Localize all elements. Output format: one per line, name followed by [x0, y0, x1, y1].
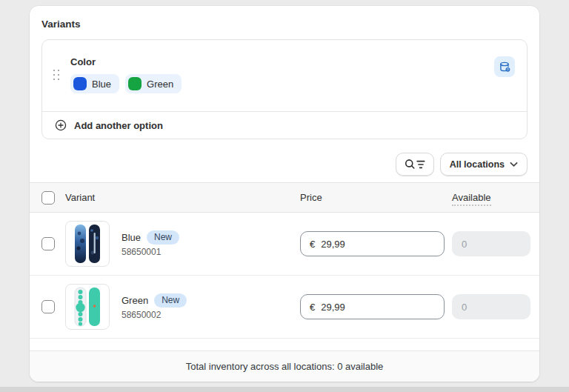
variant-thumbnail[interactable] [65, 221, 110, 267]
column-header-price: Price [300, 192, 452, 203]
blue-snowboards-image [70, 223, 105, 265]
variant-name[interactable]: Green [122, 295, 148, 306]
location-selector-label: All locations [450, 159, 505, 170]
table-row: Green New 58650002 € [30, 276, 539, 339]
price-value-input[interactable] [321, 302, 435, 313]
table-header-row: Variant Price Available [30, 183, 539, 213]
option-value-label: Blue [92, 79, 111, 90]
select-all-checkbox[interactable] [41, 191, 55, 205]
variant-sku: 58650002 [122, 310, 187, 320]
window-bottom-edge [0, 387, 569, 392]
green-snowboards-image [70, 286, 105, 328]
available-quantity-input [452, 294, 530, 319]
available-quantity-input [452, 231, 530, 256]
variants-card: Variants Color Blue Green [30, 6, 539, 382]
variant-option-card: Color Blue Green [41, 39, 528, 139]
blue-color-swatch [73, 77, 87, 90]
location-selector-button[interactable]: All locations [440, 153, 528, 176]
table-toolbar: All locations [41, 153, 528, 176]
green-color-swatch [128, 77, 142, 90]
price-value-input[interactable] [321, 239, 435, 250]
option-value-label: Green [147, 79, 173, 90]
connected-data-button[interactable] [494, 56, 515, 77]
row-checkbox[interactable] [41, 237, 55, 250]
add-option-button[interactable]: Add another option [42, 112, 527, 139]
variant-thumbnail[interactable] [65, 284, 110, 330]
variant-name[interactable]: Blue [122, 232, 141, 243]
currency-symbol: € [310, 239, 315, 250]
option-value-chip-green[interactable]: Green [125, 74, 182, 93]
option-value-chip-blue[interactable]: Blue [70, 74, 119, 93]
variants-table: Variant Price Available [30, 182, 539, 382]
new-badge: New [154, 293, 187, 308]
column-header-variant: Variant [65, 192, 300, 203]
column-header-available[interactable]: Available [452, 192, 491, 203]
chevron-down-icon [510, 162, 518, 167]
currency-symbol: € [310, 302, 315, 313]
price-input[interactable]: € [300, 294, 445, 319]
option-name-label: Color [70, 56, 494, 67]
total-inventory-footer: Total inventory across all locations: 0 … [30, 351, 539, 382]
page-title: Variants [30, 6, 539, 39]
option-values: Blue Green [70, 74, 494, 93]
row-checkbox[interactable] [41, 300, 55, 313]
search-filter-button[interactable] [396, 153, 434, 176]
add-option-label: Add another option [74, 120, 163, 131]
table-spacer [30, 339, 539, 351]
new-badge: New [147, 230, 179, 245]
option-content: Color Blue Green [70, 56, 494, 93]
search-filter-icon [404, 158, 426, 171]
drag-handle-icon[interactable] [51, 68, 61, 82]
plus-circle-icon [54, 119, 67, 132]
price-input[interactable]: € [300, 231, 445, 256]
table-row: Blue New 58650001 € [30, 213, 539, 276]
option-main-row: Color Blue Green [42, 40, 527, 111]
variant-sku: 58650001 [122, 247, 179, 257]
database-icon [499, 61, 511, 73]
